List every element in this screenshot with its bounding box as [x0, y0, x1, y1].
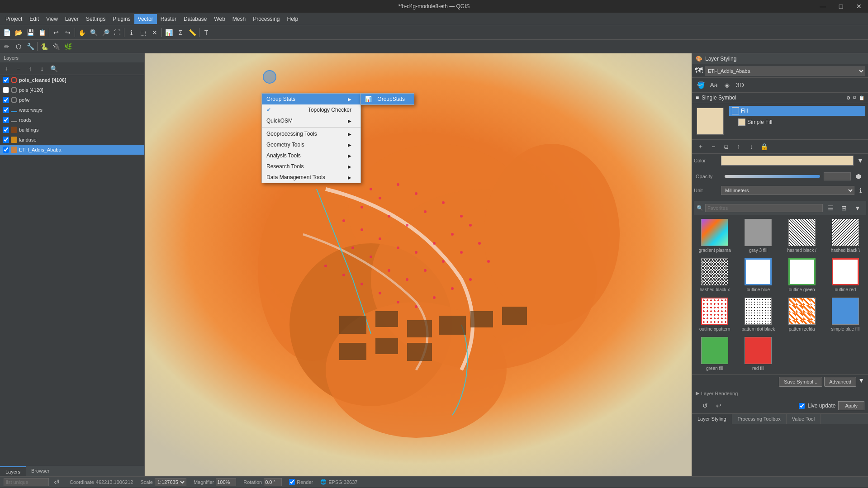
- live-update-checkbox[interactable]: [799, 403, 805, 409]
- layer-checkbox[interactable]: [3, 77, 9, 83]
- render-checkbox[interactable]: [289, 479, 295, 485]
- favorite-item[interactable]: red fill: [737, 335, 779, 373]
- duplicate-symbol-layer-btn[interactable]: ⧉: [720, 141, 732, 152]
- layer-item[interactable]: roads: [0, 115, 144, 125]
- label-icon[interactable]: Aa: [708, 79, 720, 91]
- menu-item-analysis[interactable]: Analysis Tools ▶: [262, 150, 360, 161]
- tab-browser[interactable]: Browser: [26, 466, 55, 476]
- maximize-button[interactable]: □: [832, 0, 850, 13]
- layer-checkbox[interactable]: [3, 117, 9, 123]
- layer-checkbox[interactable]: [3, 107, 9, 113]
- add-layer-btn[interactable]: +: [1, 63, 13, 75]
- paint-bucket-icon[interactable]: 🪣: [695, 79, 707, 91]
- advanced-dropdown-arrow[interactable]: ▼: [858, 377, 864, 387]
- 3d-icon[interactable]: 3D: [734, 79, 746, 91]
- opacity-slider[interactable]: [725, 175, 820, 178]
- zoom-out-btn[interactable]: 🔎: [100, 27, 111, 38]
- menu-project[interactable]: Project: [2, 14, 26, 24]
- paste-icon[interactable]: 📋: [859, 95, 864, 100]
- fill-tree-node[interactable]: Fill: [729, 106, 865, 116]
- favorite-item[interactable]: simple blue fill: [825, 296, 866, 333]
- menu-item-data-management[interactable]: Data Management Tools ▶: [262, 172, 360, 183]
- menu-item-quickosm[interactable]: QuickOSM ▶: [262, 115, 360, 126]
- favorite-item[interactable]: outline xpattern: [694, 296, 735, 333]
- layer-item[interactable]: landuse: [0, 135, 144, 145]
- layer-item[interactable]: waterways: [0, 105, 144, 115]
- favorite-item[interactable]: gradient plasma: [694, 217, 735, 255]
- scale-select[interactable]: 1:127635: [155, 478, 186, 486]
- snap-btn[interactable]: 🔧: [24, 41, 36, 52]
- remove-symbol-layer-btn[interactable]: −: [707, 141, 719, 152]
- layer-checkbox[interactable]: [3, 127, 9, 133]
- edit-mode-btn[interactable]: ✏: [1, 41, 13, 52]
- pan-btn[interactable]: ✋: [76, 27, 88, 38]
- menu-processing[interactable]: Processing: [249, 14, 283, 24]
- layer-rendering-header[interactable]: ▶ Layer Rendering: [692, 389, 868, 398]
- favorites-options-btn[interactable]: ▼: [852, 202, 863, 214]
- menu-database[interactable]: Database: [180, 14, 210, 24]
- favorites-search[interactable]: [705, 204, 823, 212]
- layer-checkbox[interactable]: [3, 137, 9, 143]
- save-project-btn[interactable]: 💾: [24, 27, 36, 38]
- magnifier-input[interactable]: [216, 478, 236, 486]
- ruler-btn[interactable]: 📏: [186, 27, 198, 38]
- menu-item-group-stats[interactable]: Group Stats ▶: [262, 94, 360, 104]
- favorite-item[interactable]: hashed black x: [694, 256, 735, 294]
- favorite-item[interactable]: green fill: [694, 335, 735, 373]
- advanced-button[interactable]: Advanced: [824, 377, 856, 387]
- favorite-item[interactable]: pattern dot black: [737, 296, 779, 333]
- favorites-grid-view-btn[interactable]: ⊞: [838, 202, 850, 214]
- map-area[interactable]: Group Stats ▶ ✔ Topology Checker QuickOS…: [145, 53, 692, 476]
- favorite-item[interactable]: outline blue: [737, 256, 779, 294]
- zoom-in-btn[interactable]: 🔍: [88, 27, 100, 38]
- menu-raster[interactable]: Raster: [157, 14, 180, 24]
- menu-item-topology-checker[interactable]: ✔ Topology Checker: [262, 104, 360, 115]
- refresh-icon[interactable]: ↺: [699, 400, 711, 412]
- settings-icon[interactable]: ⚙: [846, 95, 850, 100]
- tab-layer-styling[interactable]: Layer Styling: [692, 414, 732, 424]
- lock-symbol-btn[interactable]: 🔒: [758, 141, 770, 152]
- color-picker[interactable]: [721, 156, 854, 166]
- new-project-btn[interactable]: 📄: [1, 27, 13, 38]
- redo-btn[interactable]: ↪: [62, 27, 74, 38]
- favorite-item[interactable]: outline green: [781, 256, 823, 294]
- menu-item-research[interactable]: Research Tools ▶: [262, 161, 360, 172]
- menu-plugins[interactable]: Plugins: [109, 14, 134, 24]
- undo-styling-btn[interactable]: ↩: [713, 400, 725, 412]
- zoom-extent-btn[interactable]: ⛶: [111, 27, 123, 38]
- open-project-btn[interactable]: 📂: [13, 27, 24, 38]
- menu-layer[interactable]: Layer: [62, 14, 82, 24]
- menu-help[interactable]: Help: [284, 14, 302, 24]
- text-btn[interactable]: T: [200, 27, 212, 38]
- layer-item[interactable]: pois [4120]: [0, 85, 144, 95]
- remove-layer-btn[interactable]: −: [13, 63, 24, 75]
- favorite-item[interactable]: outline red: [825, 256, 866, 294]
- menu-web[interactable]: Web: [210, 14, 228, 24]
- rotation-input[interactable]: [264, 478, 282, 486]
- layer-checkbox[interactable]: [3, 147, 9, 153]
- minimize-button[interactable]: —: [814, 0, 832, 13]
- apply-button[interactable]: Apply: [838, 401, 864, 410]
- filter-btn[interactable]: 🔍: [48, 63, 60, 75]
- grass-btn[interactable]: 🌿: [62, 41, 74, 52]
- color-options-btn[interactable]: ▼: [854, 155, 866, 166]
- layer-item[interactable]: pois_cleaned [4106]: [0, 75, 144, 85]
- select-btn[interactable]: ⬚: [137, 27, 149, 38]
- python-btn[interactable]: 🐍: [38, 41, 50, 52]
- mask-icon[interactable]: ◈: [721, 79, 733, 91]
- favorites-list-view-btn[interactable]: ☰: [825, 202, 836, 214]
- identify-btn[interactable]: ℹ: [125, 27, 137, 38]
- tab-processing-toolbox[interactable]: Processing Toolbox: [732, 414, 787, 424]
- save-as-btn[interactable]: 📋: [36, 27, 48, 38]
- close-button[interactable]: ✕: [850, 0, 868, 13]
- menu-view[interactable]: View: [43, 14, 62, 24]
- layer-checkbox[interactable]: [3, 97, 9, 103]
- layer-item[interactable]: buildings: [0, 125, 144, 135]
- favorite-item[interactable]: hashed black /: [781, 217, 823, 255]
- layer-item[interactable]: pofw: [0, 95, 144, 105]
- move-down-btn[interactable]: ↓: [36, 63, 48, 75]
- tab-layers[interactable]: Layers: [0, 466, 26, 476]
- menu-item-geometry[interactable]: Geometry Tools ▶: [262, 139, 360, 150]
- stats-btn[interactable]: Σ: [175, 27, 186, 38]
- opacity-step-btn[interactable]: ⬢: [853, 171, 864, 182]
